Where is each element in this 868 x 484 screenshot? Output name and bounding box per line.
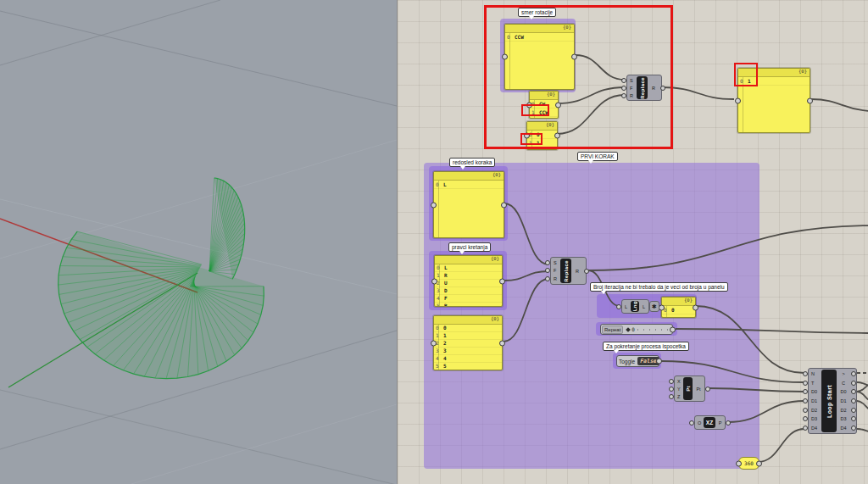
- construct-point-component[interactable]: XYZ Pt Pt: [674, 376, 705, 402]
- wire[interactable]: [676, 329, 868, 333]
- port-Z[interactable]: Z: [676, 394, 682, 399]
- replace-component-main[interactable]: SFR Replace R: [550, 257, 587, 285]
- list-length-component[interactable]: L Lng L: [621, 299, 649, 314]
- port-P[interactable]: P: [716, 420, 724, 426]
- wire-grip[interactable]: [693, 304, 698, 310]
- port-D2[interactable]: D2: [837, 408, 849, 413]
- panel-length-value[interactable]: {0} 00: [661, 297, 696, 318]
- port-R[interactable]: R: [572, 269, 582, 274]
- wire[interactable]: [811, 99, 868, 111]
- wire[interactable]: [857, 401, 868, 411]
- port->[interactable]: >: [837, 371, 849, 376]
- label-pravci-kretanja[interactable]: pravci kretanja: [448, 242, 491, 252]
- panel-row: 22: [434, 340, 502, 348]
- panel-redosled-koraka[interactable]: {0} 0L: [433, 171, 504, 238]
- port-F[interactable]: F: [552, 268, 559, 273]
- wire-grip[interactable]: [499, 278, 505, 284]
- port-D3[interactable]: D3: [810, 416, 821, 421]
- label-redosled-koraka[interactable]: redosled koraka: [449, 158, 495, 167]
- annotation-rect-ccw-row: [521, 104, 549, 116]
- wire[interactable]: [504, 203, 548, 264]
- port-D3[interactable]: D3: [837, 416, 849, 421]
- port-D2[interactable]: D2: [810, 408, 821, 413]
- panel-header: {0}: [434, 316, 502, 325]
- slider-knob[interactable]: [626, 327, 632, 332]
- panel-row: 4F: [435, 295, 502, 303]
- wire-grip[interactable]: [431, 202, 437, 208]
- wire-grip[interactable]: [670, 326, 676, 332]
- wire[interactable]: [588, 225, 868, 270]
- port-X[interactable]: X: [676, 379, 682, 384]
- panel-row: 1R: [435, 272, 502, 280]
- port-Y[interactable]: Y: [676, 387, 682, 392]
- wire-grip[interactable]: [431, 340, 437, 346]
- port-D0[interactable]: D0: [810, 389, 821, 394]
- panel-row: 0L: [434, 181, 504, 189]
- wire-grip[interactable]: [499, 340, 505, 346]
- tag-value: 360: [744, 460, 754, 466]
- port-L[interactable]: L: [623, 304, 630, 309]
- boolean-toggle[interactable]: Toggle False: [616, 355, 659, 367]
- label-prvi-korak[interactable]: PRVI KORAK: [577, 152, 618, 161]
- label-broj-iteracija[interactable]: Broj iteracija ne bi trebalo da je veci …: [590, 282, 728, 292]
- panel-body: 0L1R2U3D4F5B: [435, 264, 502, 306]
- wire[interactable]: [857, 392, 868, 402]
- xz-plane-component[interactable]: O XZ P: [694, 415, 726, 430]
- slider-value: 0: [632, 326, 635, 332]
- wire[interactable]: [707, 388, 804, 392]
- port-R[interactable]: R: [552, 276, 559, 281]
- port-D0[interactable]: D0: [837, 389, 849, 394]
- panel-header: {0}: [435, 256, 502, 264]
- wire-grip[interactable]: [501, 202, 507, 208]
- port-D1[interactable]: D1: [810, 398, 821, 403]
- port-L[interactable]: L: [640, 304, 648, 309]
- component-label-capsule: Loop Start: [821, 370, 837, 432]
- port-S[interactable]: S: [552, 260, 559, 265]
- panel-header: {0}: [662, 298, 695, 306]
- component-label-capsule: XZ: [704, 417, 715, 428]
- port-D4[interactable]: D4: [810, 426, 821, 431]
- toggle-name: Toggle: [619, 359, 635, 364]
- wire-grip[interactable]: [756, 460, 762, 466]
- wire[interactable]: [727, 401, 804, 422]
- port-D4[interactable]: D4: [837, 426, 849, 431]
- panel-row: 3D: [435, 287, 502, 295]
- port-N[interactable]: N: [810, 371, 821, 376]
- component-label-capsule: Replace: [560, 259, 571, 283]
- wire[interactable]: [504, 279, 548, 342]
- panel-pravci-kretanja[interactable]: {0} 0L1R2U3D4F5B: [434, 255, 503, 307]
- wire-grip[interactable]: [659, 304, 665, 310]
- wire-grip[interactable]: [735, 97, 741, 103]
- wire[interactable]: [504, 271, 548, 281]
- wire-grip[interactable]: [656, 359, 662, 364]
- screenshot-root: {0} 0CCW {0} 0CW1CCW {0} 0011 {0} 01 {0}…: [0, 0, 868, 484]
- port-T[interactable]: T: [810, 381, 821, 386]
- slider-track[interactable]: [637, 329, 669, 331]
- wire-grip[interactable]: [807, 97, 813, 103]
- annotation-rect-main: [484, 5, 673, 149]
- port-O[interactable]: O: [696, 420, 703, 426]
- component-label-capsule: Pt: [683, 377, 693, 400]
- loop-start-component[interactable]: NTD0D1D2D3D4 Loop Start >CD0D1D2D3D4: [808, 368, 857, 434]
- panel-indices[interactable]: {0} 001122334455: [433, 315, 503, 370]
- star-icon: ✱: [652, 303, 657, 310]
- angle-value-tag[interactable]: 360: [738, 457, 760, 470]
- panel-body: 001122334455: [434, 325, 502, 370]
- panel-row: 00: [434, 325, 502, 332]
- star-button[interactable]: ✱: [649, 301, 659, 312]
- wire-grip[interactable]: [431, 278, 437, 284]
- wire-grip[interactable]: [736, 460, 742, 466]
- slider-name: Repeat: [602, 325, 623, 334]
- label-za-pokretanje[interactable]: Za pokretanje procesa ispocetka: [603, 342, 689, 351]
- repeat-number-slider[interactable]: Repeat 0: [600, 324, 673, 335]
- wire[interactable]: [696, 306, 804, 373]
- panel-row: 5B: [435, 303, 502, 306]
- panel-row: 2U: [435, 280, 502, 287]
- port-D1[interactable]: D1: [837, 398, 849, 403]
- port-Pt[interactable]: Pt: [693, 387, 704, 392]
- wire[interactable]: [758, 429, 804, 462]
- port-C[interactable]: C: [837, 381, 849, 386]
- wire[interactable]: [857, 429, 868, 432]
- panel-header: {0}: [434, 172, 504, 181]
- panel-body: 0L: [434, 181, 504, 237]
